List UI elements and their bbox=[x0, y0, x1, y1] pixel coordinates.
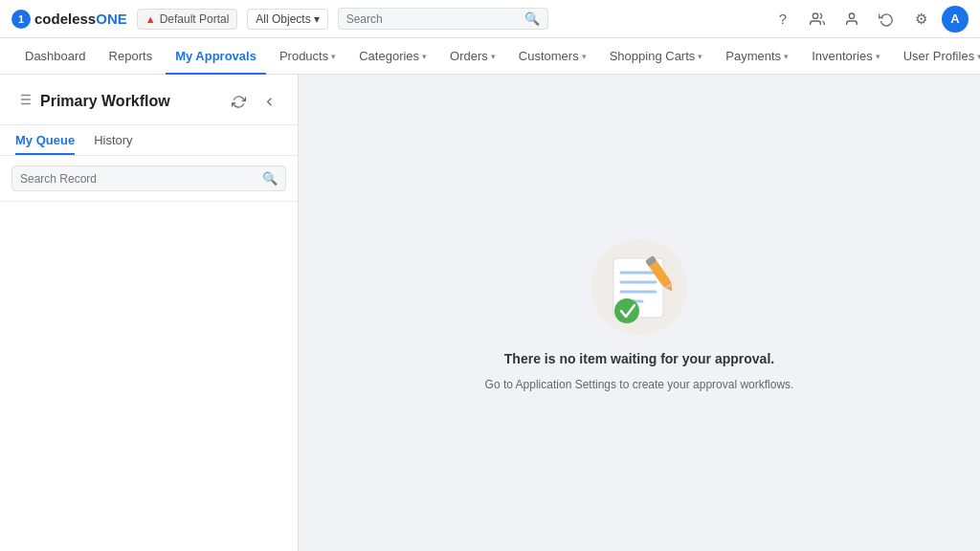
list-icon bbox=[15, 91, 33, 112]
svg-point-0 bbox=[813, 13, 817, 18]
nav-orders-label: Orders bbox=[450, 49, 488, 63]
nav-categories-arrow-icon: ▾ bbox=[422, 52, 427, 61]
main-area: Primary Workflow My Queue History bbox=[0, 75, 980, 551]
global-search[interactable]: 🔍 bbox=[338, 8, 548, 30]
nav-customers[interactable]: Customers ▾ bbox=[509, 38, 596, 75]
navbar: Dashboard Reports My Approvals Products … bbox=[0, 38, 980, 75]
record-search-input[interactable] bbox=[20, 172, 257, 186]
sidebar-actions bbox=[225, 88, 282, 115]
nav-payments-label: Payments bbox=[725, 49, 781, 63]
nav-dashboard-label: Dashboard bbox=[25, 49, 86, 63]
nav-inventories[interactable]: Inventories ▾ bbox=[802, 38, 890, 75]
nav-inventories-arrow-icon: ▾ bbox=[876, 52, 880, 61]
nav-user-profiles[interactable]: User Profiles ▾ bbox=[894, 38, 980, 75]
tab-history-label: History bbox=[94, 133, 132, 147]
avatar[interactable]: A bbox=[942, 6, 969, 33]
app-logo[interactable]: 1 codelessONE bbox=[11, 10, 127, 29]
portal-label: Default Portal bbox=[160, 12, 230, 26]
all-objects-button[interactable]: All Objects ▾ bbox=[247, 9, 327, 30]
all-objects-arrow-icon: ▾ bbox=[314, 12, 320, 26]
portal-icon: ▲ bbox=[145, 13, 156, 25]
sidebar-title: Primary Workflow bbox=[40, 93, 170, 110]
sidebar-search-inner[interactable]: 🔍 bbox=[11, 165, 286, 191]
nav-shopping-carts-label: Shopping Carts bbox=[610, 49, 696, 63]
nav-orders[interactable]: Orders ▾ bbox=[440, 38, 505, 75]
nav-categories[interactable]: Categories ▾ bbox=[349, 38, 436, 75]
refresh-button[interactable] bbox=[225, 88, 252, 115]
empty-illustration bbox=[587, 234, 692, 340]
nav-reports-label: Reports bbox=[109, 49, 153, 63]
nav-customers-arrow-icon: ▾ bbox=[582, 52, 587, 61]
search-icon: 🔍 bbox=[524, 11, 540, 26]
person-icon[interactable] bbox=[838, 6, 865, 33]
sidebar-tabs: My Queue History bbox=[0, 125, 298, 156]
back-button[interactable] bbox=[256, 88, 282, 115]
nav-my-approvals-label: My Approvals bbox=[175, 49, 256, 63]
empty-primary-text: There is no item waiting for your approv… bbox=[504, 351, 774, 366]
sidebar-header: Primary Workflow bbox=[0, 75, 298, 125]
nav-categories-label: Categories bbox=[359, 49, 419, 63]
nav-payments-arrow-icon: ▾ bbox=[784, 52, 789, 61]
empty-state: There is no item waiting for your approv… bbox=[485, 234, 794, 391]
logo-icon: 1 bbox=[11, 10, 31, 29]
topbar-right: ? ⚙ A bbox=[769, 6, 969, 33]
nav-inventories-label: Inventories bbox=[812, 49, 873, 63]
nav-reports[interactable]: Reports bbox=[100, 38, 163, 75]
sidebar-search[interactable]: 🔍 bbox=[0, 156, 298, 202]
sidebar-title-area: Primary Workflow bbox=[15, 91, 170, 112]
portal-button[interactable]: ▲ Default Portal bbox=[137, 9, 238, 30]
nav-products[interactable]: Products ▾ bbox=[270, 38, 345, 75]
nav-user-profiles-label: User Profiles bbox=[903, 49, 974, 63]
nav-dashboard[interactable]: Dashboard bbox=[15, 38, 96, 75]
all-objects-label: All Objects bbox=[256, 12, 310, 26]
logo-text: codelessONE bbox=[34, 11, 127, 27]
search-input[interactable] bbox=[346, 12, 520, 26]
empty-secondary-text: Go to Application Settings to create you… bbox=[485, 378, 794, 391]
nav-shopping-carts-arrow-icon: ▾ bbox=[698, 52, 702, 61]
history-icon[interactable] bbox=[873, 6, 900, 33]
svg-point-18 bbox=[614, 298, 639, 323]
tab-my-queue-label: My Queue bbox=[15, 133, 75, 147]
tab-history[interactable]: History bbox=[94, 125, 132, 155]
help-icon[interactable]: ? bbox=[769, 6, 796, 33]
nav-my-approvals[interactable]: My Approvals bbox=[166, 38, 266, 75]
nav-products-label: Products bbox=[279, 49, 328, 63]
content-area: There is no item waiting for your approv… bbox=[299, 75, 980, 551]
nav-payments[interactable]: Payments ▾ bbox=[716, 38, 798, 75]
nav-orders-arrow-icon: ▾ bbox=[491, 52, 496, 61]
sidebar: Primary Workflow My Queue History bbox=[0, 75, 299, 551]
svg-point-1 bbox=[849, 13, 854, 18]
topbar: 1 codelessONE ▲ Default Portal All Objec… bbox=[0, 0, 980, 38]
nav-customers-label: Customers bbox=[519, 49, 579, 63]
users-icon[interactable] bbox=[804, 6, 831, 33]
nav-shopping-carts[interactable]: Shopping Carts ▾ bbox=[600, 38, 713, 75]
settings-icon[interactable]: ⚙ bbox=[907, 6, 934, 33]
tab-my-queue[interactable]: My Queue bbox=[15, 125, 75, 155]
record-search-icon: 🔍 bbox=[262, 171, 278, 186]
nav-products-arrow-icon: ▾ bbox=[331, 52, 336, 61]
